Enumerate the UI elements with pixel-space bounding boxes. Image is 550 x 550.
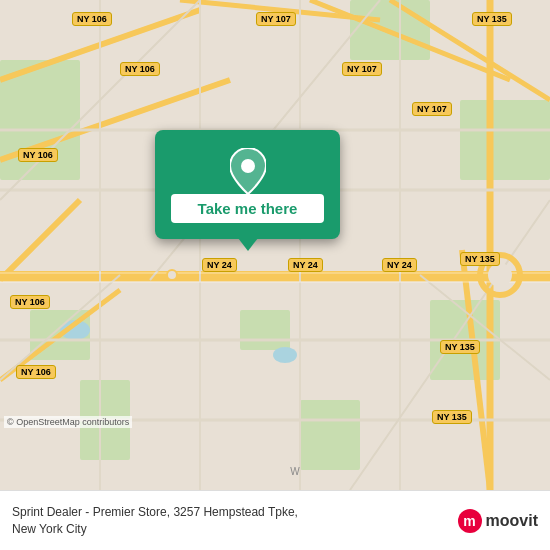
- road-label-ny106-4: NY 106: [10, 295, 50, 309]
- svg-point-41: [241, 159, 255, 173]
- svg-point-38: [488, 263, 512, 287]
- road-label-ny135-4: NY 135: [432, 410, 472, 424]
- svg-text:W: W: [290, 466, 300, 477]
- moovit-logo-text: moovit: [486, 512, 538, 530]
- svg-rect-5: [240, 310, 290, 350]
- location-info: Sprint Dealer - Premier Store, 3257 Hemp…: [12, 504, 458, 538]
- svg-rect-3: [460, 100, 550, 180]
- svg-point-39: [167, 270, 177, 280]
- moovit-logo: m moovit: [458, 509, 538, 533]
- osm-attribution: © OpenStreetMap contributors: [4, 416, 132, 428]
- road-label-ny107-3: NY 107: [412, 102, 452, 116]
- road-label-ny135-2: NY 135: [460, 252, 500, 266]
- road-label-ny135-3: NY 135: [440, 340, 480, 354]
- svg-rect-8: [300, 400, 360, 470]
- road-label-ny106-3: NY 106: [18, 148, 58, 162]
- location-popup: Take me there: [155, 130, 340, 239]
- road-label-ny135-1: NY 135: [472, 12, 512, 26]
- road-label-ny106-1: NY 106: [72, 12, 112, 26]
- moovit-logo-icon: m: [458, 509, 482, 533]
- road-label-ny24-2: NY 24: [288, 258, 323, 272]
- road-label-ny106-5: NY 106: [16, 365, 56, 379]
- svg-point-10: [273, 347, 297, 363]
- take-me-there-button[interactable]: Take me there: [171, 194, 324, 223]
- location-pin-icon: [230, 148, 266, 194]
- road-label-ny24-3: NY 24: [382, 258, 417, 272]
- road-label-ny24-1: NY 24: [202, 258, 237, 272]
- info-bar: Sprint Dealer - Premier Store, 3257 Hemp…: [0, 490, 550, 550]
- road-label-ny106-2: NY 106: [120, 62, 160, 76]
- map-container[interactable]: W NY 106 NY 106 NY 106 NY 106 NY 106 NY …: [0, 0, 550, 490]
- road-label-ny107-1: NY 107: [256, 12, 296, 26]
- road-label-ny107-2: NY 107: [342, 62, 382, 76]
